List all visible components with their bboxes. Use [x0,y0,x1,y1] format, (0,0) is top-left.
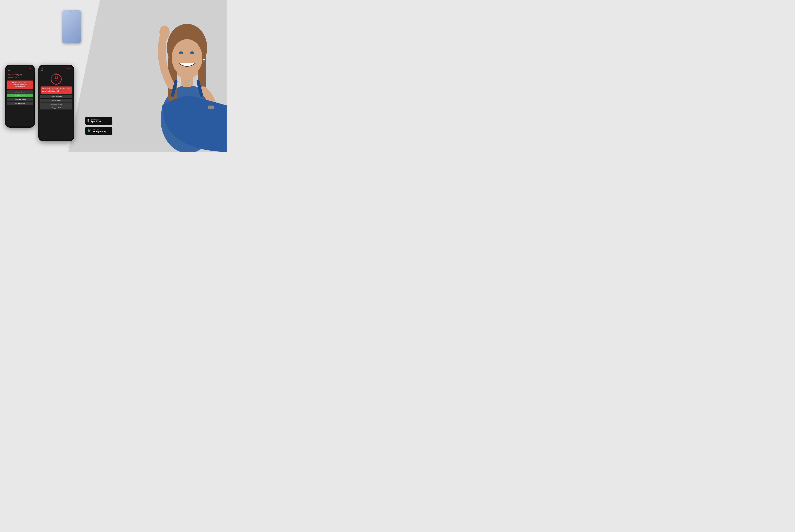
svg-point-9 [160,25,170,39]
phone-1: L 1 Q 3 Lives ♥ You are not just a prett… [5,65,35,128]
phone-1-option-1[interactable]: Excited and bored [7,90,33,94]
phone-2-option-1[interactable]: Excited and bored [40,95,72,98]
phone-1-praise: You are not just a pretty face! [6,72,34,80]
apple-icon:  [87,118,89,123]
phone-1-option-4[interactable]: Hungry and full [7,102,33,105]
svg-marker-18 [90,130,91,131]
phone-2-question-box: What are the two states Schrödinger's ca… [40,87,72,93]
phone-2-topbar: L 1 Q 3 Lives ♥ ♥ [39,66,73,72]
heart-icon-2b: ♥ [71,68,72,69]
phone-1-question-box: What are the two states Schrödinger's ca… [7,80,33,89]
google-play-text: GET IT ON Google Play [93,129,106,133]
phone-2-lives: Lives ♥ ♥ [66,68,72,69]
phone-2-options: Excited and bored Dead and alive Awake a… [39,94,73,140]
svg-rect-13 [208,106,214,109]
svg-point-12 [203,59,205,60]
phone-1-option-2[interactable]: Dead and alive [7,94,33,97]
phone-1-lq: L 1 Q 3 [8,68,10,71]
phone-1-option-3[interactable]: Awake and asleep [7,98,33,101]
app-store-button[interactable]:  Download on the App Store [85,117,112,125]
phone-2-option-4[interactable]: Hungry and full [40,106,72,110]
phone-1-topbar: L 1 Q 3 Lives ♥ [6,66,34,72]
app-store-text: Download on the App Store [91,119,101,123]
phone-2-screen: L 1 Q 3 Lives ♥ ♥ [39,66,73,140]
phone-2-timer-circle: 14 sec [50,73,62,85]
phones-container: L 1 Q 3 Lives ♥ You are not just a prett… [5,65,74,141]
phone-2-option-2[interactable]: Dead and alive [40,99,72,102]
phone-2-lq: L 1 Q 3 [41,68,43,71]
heart-icon-1: ♥ [32,68,32,69]
phone-2-timer-area: 14 sec [39,72,73,86]
phone-1-lives: Lives ♥ [28,68,32,69]
phone-1-options: Excited and bored Dead and alive Awake a… [6,90,34,126]
phone-1-screen: L 1 Q 3 Lives ♥ You are not just a prett… [6,66,34,126]
woman-figure [98,0,227,152]
google-play-icon [87,128,91,133]
phone-2: L 1 Q 3 Lives ♥ ♥ [38,65,74,141]
phone-2-option-3[interactable]: Awake and asleep [40,102,72,106]
phone-1-praise-text: You are not just a pretty face! [8,74,32,78]
store-buttons:  Download on the App Store GET IT ON Go… [85,117,112,135]
timer-number: 14 sec [54,76,58,81]
heart-icon-2a: ♥ [69,68,70,69]
svg-point-8 [190,52,194,54]
svg-point-6 [172,39,202,77]
svg-point-7 [179,52,183,54]
phone-held [62,10,81,43]
svg-point-16 [55,73,57,75]
google-play-button[interactable]: GET IT ON Google Play [85,127,112,135]
